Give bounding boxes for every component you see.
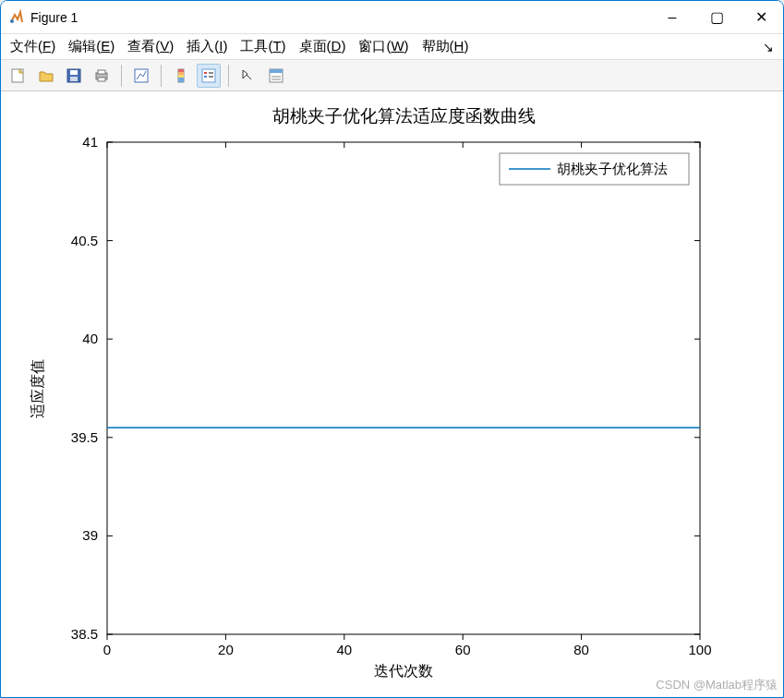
window-title: Figure 1 [30,10,650,25]
svg-text:41: 41 [82,134,98,150]
svg-text:迭代次数: 迭代次数 [374,663,433,679]
menu-insert[interactable]: 插入(I) [187,38,227,55]
maximize-button[interactable]: ▢ [694,1,739,34]
titlebar: Figure 1 – ▢ ✕ [1,1,783,34]
svg-text:39.5: 39.5 [71,429,98,445]
menu-edit[interactable]: 编辑(E) [68,38,115,55]
svg-rect-12 [178,72,184,75]
svg-text:胡桃夹子优化算法: 胡桃夹子优化算法 [557,161,668,176]
svg-text:胡桃夹子优化算法适应度函数曲线: 胡桃夹子优化算法适应度函数曲线 [272,106,536,126]
svg-text:适应度值: 适应度值 [30,359,45,418]
svg-rect-5 [70,77,78,81]
minimize-button[interactable]: – [650,1,694,34]
svg-rect-11 [178,69,184,72]
svg-rect-18 [209,72,213,74]
menu-view[interactable]: 查看(V) [127,38,174,55]
edit-plot-button[interactable] [236,64,260,88]
menu-help[interactable]: 帮助(H) [422,38,469,55]
open-button[interactable] [34,64,58,88]
svg-rect-13 [178,75,184,78]
close-button[interactable]: ✕ [739,1,783,34]
menubar: 文件(F) 编辑(E) 查看(V) 插入(I) 工具(T) 桌面(D) 窗口(W… [1,34,783,60]
menu-overflow-icon[interactable]: ↘ [763,40,774,54]
svg-text:60: 60 [455,642,471,657]
plot-area[interactable]: 02040608010038.53939.54040.541胡桃夹子优化算法适应… [1,91,783,697]
insert-colorbar-button[interactable] [169,64,193,88]
toolbar [1,60,783,91]
menu-tools[interactable]: 工具(T) [240,38,285,55]
svg-text:20: 20 [218,642,234,657]
svg-text:39: 39 [82,527,98,543]
svg-text:38.5: 38.5 [71,626,98,642]
svg-text:40: 40 [336,642,352,657]
svg-text:40.5: 40.5 [71,233,98,248]
svg-rect-7 [98,70,105,74]
svg-text:100: 100 [688,642,711,657]
save-button[interactable] [62,64,86,88]
link-axes-button[interactable] [129,64,153,88]
toolbar-separator [161,65,162,87]
svg-rect-8 [98,78,105,81]
menu-desktop[interactable]: 桌面(D) [299,38,346,55]
new-figure-button[interactable] [6,64,30,88]
svg-rect-19 [209,76,213,78]
figure-window: Figure 1 – ▢ ✕ 文件(F) 编辑(E) 查看(V) 插入(I) 工… [0,0,784,698]
toolbar-separator [121,65,122,87]
toolbar-separator [228,65,229,87]
matlab-icon [8,9,25,26]
chart-canvas: 02040608010038.53939.54040.541胡桃夹子优化算法适应… [1,91,783,695]
svg-rect-14 [178,78,184,82]
svg-rect-25 [107,142,700,634]
menu-file[interactable]: 文件(F) [10,38,55,55]
svg-text:0: 0 [103,642,111,657]
svg-rect-22 [270,69,283,73]
menu-window[interactable]: 窗口(W) [358,38,408,55]
open-property-inspector-button[interactable] [264,64,288,88]
svg-text:40: 40 [82,331,98,346]
insert-legend-button[interactable] [197,64,221,88]
svg-rect-4 [70,70,78,75]
print-button[interactable] [90,64,114,88]
svg-point-1 [10,19,14,23]
svg-text:80: 80 [573,642,589,657]
svg-line-20 [247,75,251,79]
watermark: CSDN @Matlab程序猿 [656,677,778,693]
